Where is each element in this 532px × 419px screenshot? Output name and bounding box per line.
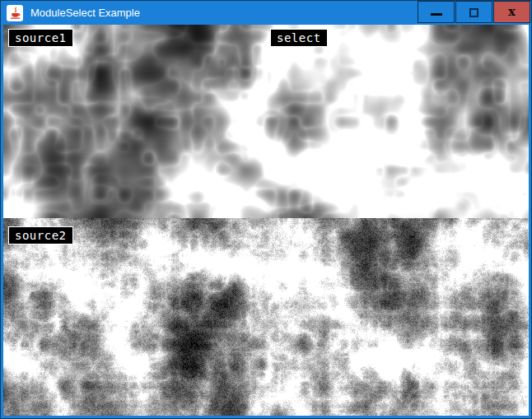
close-x-icon: x: [508, 6, 516, 18]
render-area: source1 select source2: [3, 25, 529, 416]
minimize-icon: [431, 13, 442, 16]
maximize-icon: [469, 8, 478, 17]
window-controls: x: [417, 1, 530, 23]
source2-image: [3, 218, 529, 416]
minimize-button[interactable]: [418, 1, 455, 23]
close-button[interactable]: x: [493, 1, 530, 23]
source1-image: [3, 25, 267, 218]
window-title: ModuleSelect Example: [30, 7, 140, 19]
java-coffee-cup-icon: [9, 7, 21, 20]
source1-label: source1: [8, 29, 73, 47]
app-window: ModuleSelect Example x source1 select so…: [0, 0, 532, 419]
select-label: select: [270, 29, 328, 47]
java-icon[interactable]: [7, 5, 23, 21]
source2-label: source2: [8, 226, 73, 244]
maximize-button[interactable]: [455, 1, 492, 23]
